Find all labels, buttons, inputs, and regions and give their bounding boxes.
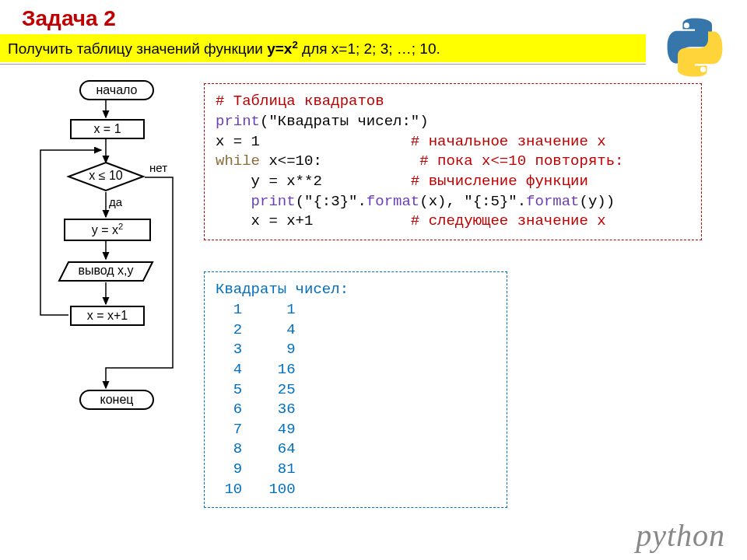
python-watermark: python bbox=[636, 517, 725, 554]
flow-no-label: нет bbox=[149, 161, 167, 174]
task-description: Получить таблицу значений функции y=x2 д… bbox=[0, 34, 646, 62]
flow-yes-label: да bbox=[109, 195, 122, 208]
code-l4c: # пока x<=10 повторять: bbox=[419, 152, 623, 170]
flow-end: конец bbox=[79, 390, 154, 410]
code-l4a: while bbox=[216, 152, 260, 170]
flow-increment: x = x+1 bbox=[70, 306, 145, 326]
flow-out-text: вывод x,y bbox=[78, 264, 133, 277]
code-l6b: print bbox=[251, 193, 296, 210]
output-block: Квадраты чисел: 1 1 2 4 3 9 4 16 5 25 6 … bbox=[204, 271, 507, 508]
code-l2b: ("Квадраты чисел:") bbox=[260, 113, 429, 130]
code-l4b: x<=10: bbox=[260, 152, 419, 170]
code-l6c: ("{:3}". bbox=[296, 193, 366, 210]
code-l6g: (y)) bbox=[580, 193, 615, 210]
code-l5a: y = x**2 bbox=[216, 173, 411, 190]
code-l2a: print bbox=[216, 113, 260, 130]
code-l6e: (x), "{:5}". bbox=[419, 193, 526, 210]
flow-calc-sup: 2 bbox=[118, 222, 123, 231]
subtitle-fn: y=x bbox=[267, 40, 292, 57]
code-l3a: x = 1 bbox=[216, 133, 411, 150]
code-l3b: # начальное значение x bbox=[411, 133, 606, 150]
code-block: # Таблица квадратов print("Квадраты чисе… bbox=[204, 83, 702, 240]
flow-calc: y = x2 bbox=[64, 219, 151, 240]
code-l6f: format bbox=[526, 193, 579, 210]
code-l6a bbox=[216, 193, 251, 210]
subtitle-pre: Получить таблицу значений функции bbox=[8, 40, 267, 57]
subtitle-post: для x=1; 2; 3; …; 10. bbox=[298, 40, 440, 57]
flow-output: вывод x,y bbox=[58, 261, 154, 282]
code-l7a: x = x+1 bbox=[216, 212, 411, 229]
code-l7b: # следующее значение x bbox=[411, 212, 606, 229]
subtitle-sup: 2 bbox=[292, 39, 297, 51]
flow-start: начало bbox=[79, 80, 154, 100]
code-l5b: # вычисление функции bbox=[411, 173, 588, 190]
flow-calc-pre: y = x bbox=[92, 224, 118, 237]
flow-condition: x ≤ 10 bbox=[76, 164, 135, 191]
flowchart: начало x = 1 x ≤ 10 да нет y = x2 вывод … bbox=[25, 79, 188, 452]
python-logo-icon bbox=[665, 17, 725, 78]
flow-init: x = 1 bbox=[70, 119, 145, 139]
page-title: Задача 2 bbox=[0, 0, 747, 34]
divider bbox=[0, 64, 646, 65]
flow-cond-text: x ≤ 10 bbox=[89, 169, 122, 182]
code-l1: # Таблица квадратов bbox=[216, 93, 384, 110]
code-l6d: format bbox=[366, 193, 419, 210]
